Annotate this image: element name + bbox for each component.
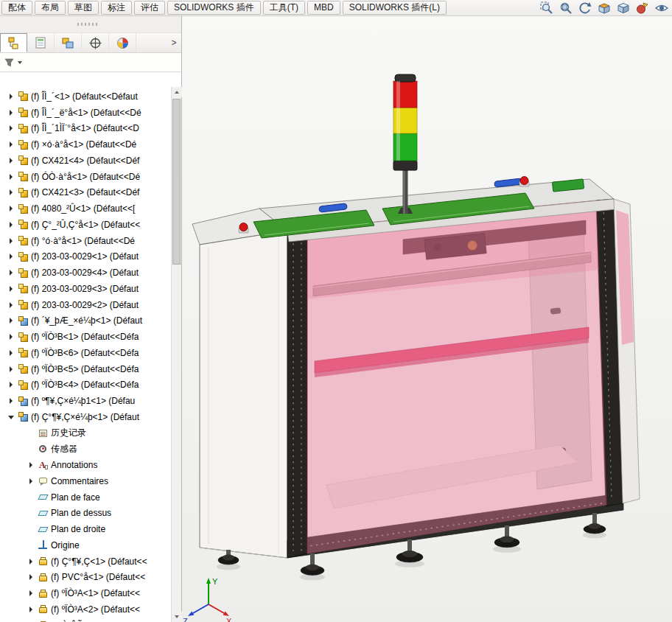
tree-item[interactable]: (f) ÓÒ·à°å<1> (Défaut<<Dé xyxy=(0,169,171,185)
panel-tab-dimxpertmanager[interactable] xyxy=(82,33,109,52)
expand-arrow[interactable] xyxy=(26,556,38,567)
expand-arrow[interactable] xyxy=(6,235,18,247)
expand-arrow[interactable] xyxy=(6,315,18,326)
tree-item[interactable]: (f) Ç°¶¥,Ç<1> (Défaut<< xyxy=(0,553,171,570)
hide-show-icon[interactable] xyxy=(654,1,669,15)
appearance-icon[interactable] xyxy=(635,1,650,15)
tree-item[interactable]: (f) 203-03-0029<4> (Défaut xyxy=(0,265,171,281)
panel-splitter-grip[interactable] xyxy=(77,23,98,26)
tree-item[interactable]: (f) ºÏÒ³B<5> (Défaut<<Défa xyxy=(0,361,171,377)
command-tab[interactable]: 配体 xyxy=(1,1,32,15)
tree-item[interactable]: (f) CX421<3> (Défaut<<Déf xyxy=(0,185,171,201)
expand-arrow[interactable] xyxy=(6,331,18,343)
tree-item-label: (f) °ó·à°å<1> (Défaut<<Dé xyxy=(31,236,135,246)
tree-item[interactable]: (f) Ç°_²Û,Ç°å<1> (Défaut<< xyxy=(0,217,171,233)
tree-item[interactable]: (f) ºÏÒ³A<1> (Défaut<< xyxy=(0,585,171,601)
expand-arrow xyxy=(26,507,38,519)
sensors-icon xyxy=(38,444,49,455)
tree-item[interactable]: (f) º¶¥,Ç×é¼þ1<1> (Défau xyxy=(0,393,171,409)
tree-item[interactable]: (f) ºÏÒ³B<6> (Défaut<<Défa xyxy=(0,345,171,361)
expand-arrow[interactable] xyxy=(6,395,18,407)
scroll-down-arrow[interactable] xyxy=(172,612,182,622)
tree-item[interactable]: (f) PVC°å<1> (Défaut<< xyxy=(0,570,171,586)
panel-tab-featuremanager[interactable] xyxy=(0,33,27,52)
command-tab[interactable]: 草图 xyxy=(68,1,99,15)
tree-item[interactable]: (f) 4080_²Û<1> (Défaut<<[ xyxy=(0,200,171,217)
expand-arrow[interactable] xyxy=(6,122,18,134)
expand-arrow[interactable] xyxy=(6,347,18,359)
command-tab[interactable]: 标注 xyxy=(101,1,132,15)
expand-arrow[interactable] xyxy=(26,571,38,583)
tree-item[interactable]: (f) ºÏÒ³B<4> (Défaut<<Défa xyxy=(0,377,171,394)
expand-arrow[interactable] xyxy=(6,251,18,262)
command-tab[interactable]: SOLIDWORKS 插件 xyxy=(167,1,261,15)
expand-arrow[interactable] xyxy=(6,91,18,102)
tree-item[interactable]: Origine xyxy=(0,537,171,553)
tree-item[interactable]: Plan de face xyxy=(0,489,171,506)
expand-arrow[interactable] xyxy=(6,155,18,167)
tree-item[interactable]: (f) ×ó·à°å<1> (Défaut<<Dé xyxy=(0,136,171,153)
section-view-icon[interactable] xyxy=(597,1,612,15)
triad-y-label: Y xyxy=(212,577,218,586)
zoom-area-icon[interactable] xyxy=(559,1,573,15)
tree-item[interactable]: (f) 203-03-0029<3> (Défaut xyxy=(0,281,171,297)
tree-item[interactable]: (f) ÎÌ_´1ÌÏ¨°å<1> (Défaut<<D xyxy=(0,121,171,137)
expand-arrow[interactable] xyxy=(6,139,18,150)
expand-arrow[interactable] xyxy=(6,203,18,214)
panel-tab-configurationmanager[interactable] xyxy=(55,33,82,52)
filter-input[interactable] xyxy=(22,53,181,71)
expand-arrow[interactable] xyxy=(26,587,38,599)
expand-arrow[interactable] xyxy=(26,475,38,487)
panel-tab-displaymanager[interactable] xyxy=(109,33,136,52)
expand-arrow[interactable] xyxy=(6,299,18,311)
command-tab[interactable]: 工具(T) xyxy=(263,1,305,15)
expand-arrow[interactable] xyxy=(6,171,18,183)
zoom-fit-icon[interactable] xyxy=(539,1,554,15)
tree-item[interactable]: (f) ÎÌ_´<1> (Défaut<<Défaut xyxy=(0,88,171,105)
expand-arrow[interactable] xyxy=(6,107,18,119)
expand-arrow[interactable] xyxy=(26,459,38,471)
tree-item[interactable]: 历史记录 xyxy=(0,425,171,441)
tree-item[interactable]: Plan de dessus xyxy=(0,506,171,522)
tree-item-label: Annotations xyxy=(51,460,97,470)
tree-item[interactable]: (f) À-ÊÕ<1> (Défaut<<[ xyxy=(0,618,171,622)
expand-arrow[interactable] xyxy=(6,186,18,198)
tree-item[interactable]: (f) ºÏÒ³A<2> (Défaut<< xyxy=(0,601,171,618)
view-orientation-icon[interactable] xyxy=(616,1,631,15)
command-tab[interactable]: MBD xyxy=(307,1,340,15)
previous-view-icon[interactable] xyxy=(578,1,592,15)
model-canvas[interactable]: Y X Z xyxy=(182,16,672,622)
tree-item[interactable]: Plan de droite xyxy=(0,521,171,537)
tree-item[interactable]: Annotations xyxy=(0,457,171,473)
expand-arrow[interactable] xyxy=(6,219,18,231)
command-tab[interactable]: 布局 xyxy=(35,1,66,15)
expand-arrow xyxy=(26,443,38,455)
tree-item[interactable]: (f) ºÏÒ³B<1> (Défaut<<Défa xyxy=(0,329,171,345)
expand-arrow[interactable] xyxy=(6,379,18,391)
filter-funnel-icon[interactable] xyxy=(4,57,15,69)
graphics-viewport[interactable]: Y X Z xyxy=(182,16,672,622)
expand-arrow[interactable] xyxy=(6,411,18,423)
expand-arrow[interactable] xyxy=(6,283,18,295)
expand-arrow[interactable] xyxy=(6,267,18,279)
scroll-up-arrow[interactable] xyxy=(172,87,182,97)
tree-item[interactable]: (f) 203-03-0029<1> (Défaut xyxy=(0,249,171,265)
expand-arrow[interactable] xyxy=(26,604,38,615)
machine-body[interactable] xyxy=(192,179,640,558)
tree-item[interactable]: Commentaires xyxy=(0,473,171,489)
scrollbar-thumb[interactable] xyxy=(172,99,181,265)
signal-tower[interactable] xyxy=(393,74,417,214)
command-tab[interactable]: SOLIDWORKS 插件(L) xyxy=(343,1,447,15)
panel-tab-propertymanager[interactable] xyxy=(27,33,55,52)
tree-item[interactable]: 传感器 xyxy=(0,441,171,458)
expand-arrow[interactable] xyxy=(26,620,38,622)
expand-arrow[interactable] xyxy=(6,363,18,375)
command-tab[interactable]: 评估 xyxy=(134,1,165,15)
tree-item[interactable]: (f) CX421<4> (Défaut<<Déf xyxy=(0,153,171,169)
tree-item[interactable]: (f) °ó·à°å<1> (Défaut<<Dé xyxy=(0,233,171,249)
tree-item[interactable]: (f) 203-03-0029<2> (Défaut xyxy=(0,297,171,313)
tree-item[interactable]: (f) ÎÌ_´_ë°å<1> (Défaut<<Dé xyxy=(0,105,171,121)
tree-item[interactable]: (f) ´¥_þÆ_×é¼þ<1> (Défaut xyxy=(0,313,171,329)
tree-item[interactable]: (f) Ç°¶¥,Ç×é¼þ<1> (Défaut xyxy=(0,409,171,425)
panel-tab-overflow-chevron[interactable]: > xyxy=(167,33,181,52)
